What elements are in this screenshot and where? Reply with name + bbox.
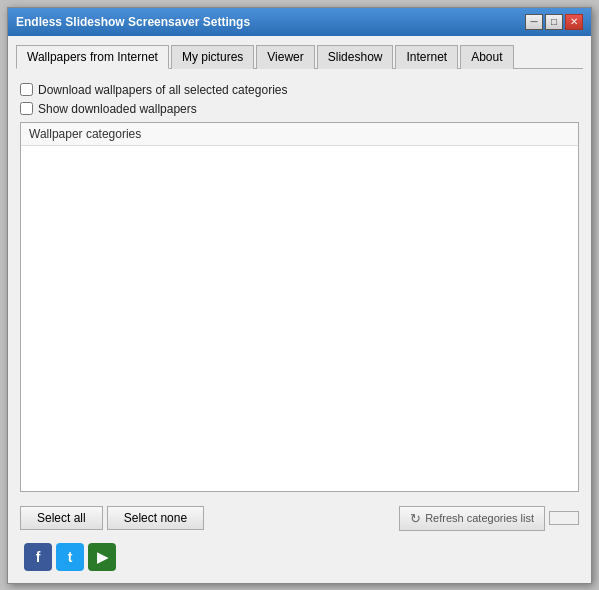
checkbox-show-row: Show downloaded wallpapers xyxy=(20,102,579,116)
checkbox-download-row: Download wallpapers of all selected cate… xyxy=(20,83,579,97)
window-body: Wallpapers from Internet My pictures Vie… xyxy=(8,36,591,583)
maximize-button[interactable]: □ xyxy=(545,14,563,30)
title-bar: Endless Slideshow Screensaver Settings ─… xyxy=(8,8,591,36)
bottom-right-area: ↻ Refresh categories list xyxy=(399,506,579,531)
tab-viewer[interactable]: Viewer xyxy=(256,45,314,69)
select-all-button[interactable]: Select all xyxy=(20,506,103,530)
tab-slideshow[interactable]: Slideshow xyxy=(317,45,394,69)
other-social-icon[interactable]: ▶ xyxy=(88,543,116,571)
content-area: Download wallpapers of all selected cate… xyxy=(16,77,583,498)
checkbox-show-downloaded[interactable] xyxy=(20,102,33,115)
tab-my-pictures[interactable]: My pictures xyxy=(171,45,254,69)
refresh-label: Refresh categories list xyxy=(425,512,534,524)
main-window: Endless Slideshow Screensaver Settings ─… xyxy=(7,7,592,584)
checkbox-show-label: Show downloaded wallpapers xyxy=(38,102,197,116)
checkbox-download-all[interactable] xyxy=(20,83,33,96)
select-none-button[interactable]: Select none xyxy=(107,506,204,530)
bottom-bar: Select all Select none ↻ Refresh categor… xyxy=(16,498,583,535)
window-title: Endless Slideshow Screensaver Settings xyxy=(16,15,250,29)
twitter-icon[interactable]: t xyxy=(56,543,84,571)
footer-area: f t ▶ xyxy=(16,535,583,575)
checkbox-download-label: Download wallpapers of all selected cate… xyxy=(38,83,287,97)
progress-bar xyxy=(549,511,579,525)
tab-wallpapers-from-internet[interactable]: Wallpapers from Internet xyxy=(16,45,169,69)
bottom-left-buttons: Select all Select none xyxy=(20,506,204,530)
tab-internet[interactable]: Internet xyxy=(395,45,458,69)
list-header: Wallpaper categories xyxy=(21,123,578,146)
refresh-categories-button[interactable]: ↻ Refresh categories list xyxy=(399,506,545,531)
wallpaper-categories-list[interactable]: Wallpaper categories xyxy=(20,122,579,492)
close-button[interactable]: ✕ xyxy=(565,14,583,30)
facebook-icon[interactable]: f xyxy=(24,543,52,571)
refresh-icon: ↻ xyxy=(410,511,421,526)
minimize-button[interactable]: ─ xyxy=(525,14,543,30)
list-items xyxy=(21,146,578,150)
title-bar-controls: ─ □ ✕ xyxy=(525,14,583,30)
tab-about[interactable]: About xyxy=(460,45,513,69)
social-icons: f t ▶ xyxy=(24,543,116,571)
tab-bar: Wallpapers from Internet My pictures Vie… xyxy=(16,44,583,69)
